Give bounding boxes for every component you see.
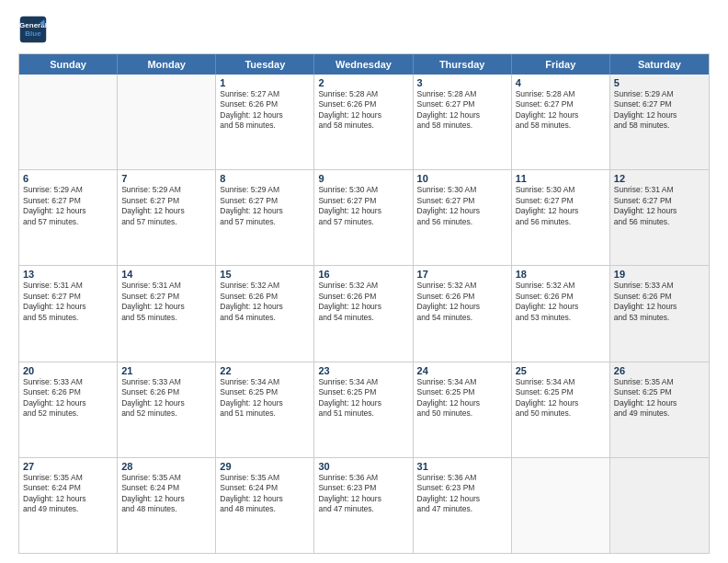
day-cell-16: 16Sunrise: 5:32 AM Sunset: 6:26 PM Dayli… — [314, 266, 413, 361]
day-cell-28: 28Sunrise: 5:35 AM Sunset: 6:24 PM Dayli… — [118, 458, 216, 553]
weekday-header-monday: Monday — [118, 54, 216, 75]
header: General Blue — [18, 15, 710, 44]
day-cell-14: 14Sunrise: 5:31 AM Sunset: 6:27 PM Dayli… — [118, 266, 216, 361]
weekday-header-friday: Friday — [512, 54, 610, 75]
day-info: Sunrise: 5:30 AM Sunset: 6:27 PM Dayligh… — [417, 185, 507, 227]
day-number: 27 — [23, 461, 113, 472]
day-info: Sunrise: 5:35 AM Sunset: 6:24 PM Dayligh… — [220, 473, 310, 515]
day-number: 16 — [318, 269, 408, 280]
day-number: 8 — [220, 173, 310, 184]
day-number: 21 — [121, 365, 211, 376]
day-info: Sunrise: 5:29 AM Sunset: 6:27 PM Dayligh… — [614, 89, 705, 132]
page: General Blue SundayMondayTuesdayWednesda… — [0, 0, 728, 563]
weekday-header-sunday: Sunday — [19, 54, 118, 75]
weekday-header-tuesday: Tuesday — [216, 54, 314, 75]
weekday-header-saturday: Saturday — [610, 54, 709, 75]
day-cell-13: 13Sunrise: 5:31 AM Sunset: 6:27 PM Dayli… — [19, 266, 118, 361]
day-info: Sunrise: 5:32 AM Sunset: 6:26 PM Dayligh… — [516, 281, 606, 323]
calendar-row-0: 1Sunrise: 5:27 AM Sunset: 6:26 PM Daylig… — [19, 75, 709, 169]
logo-icon: General Blue — [18, 15, 48, 44]
day-cell-3: 3Sunrise: 5:28 AM Sunset: 6:27 PM Daylig… — [414, 75, 512, 169]
day-cell-20: 20Sunrise: 5:33 AM Sunset: 6:26 PM Dayli… — [19, 362, 118, 457]
empty-cell — [118, 75, 216, 169]
day-info: Sunrise: 5:30 AM Sunset: 6:27 PM Dayligh… — [318, 185, 408, 227]
weekday-header-wednesday: Wednesday — [314, 54, 413, 75]
day-info: Sunrise: 5:35 AM Sunset: 6:24 PM Dayligh… — [23, 473, 113, 515]
day-info: Sunrise: 5:33 AM Sunset: 6:26 PM Dayligh… — [23, 377, 113, 419]
day-cell-21: 21Sunrise: 5:33 AM Sunset: 6:26 PM Dayli… — [118, 362, 216, 457]
day-info: Sunrise: 5:32 AM Sunset: 6:26 PM Dayligh… — [318, 281, 408, 323]
day-info: Sunrise: 5:28 AM Sunset: 6:26 PM Dayligh… — [318, 89, 408, 132]
day-number: 20 — [23, 365, 113, 376]
calendar: SundayMondayTuesdayWednesdayThursdayFrid… — [18, 53, 710, 554]
day-info: Sunrise: 5:29 AM Sunset: 6:27 PM Dayligh… — [220, 185, 310, 227]
day-number: 12 — [614, 173, 705, 184]
day-info: Sunrise: 5:36 AM Sunset: 6:23 PM Dayligh… — [417, 473, 507, 515]
day-info: Sunrise: 5:36 AM Sunset: 6:23 PM Dayligh… — [318, 473, 408, 515]
day-info: Sunrise: 5:31 AM Sunset: 6:27 PM Dayligh… — [121, 281, 211, 323]
day-number: 9 — [318, 173, 408, 184]
calendar-row-1: 6Sunrise: 5:29 AM Sunset: 6:27 PM Daylig… — [19, 169, 709, 265]
day-cell-25: 25Sunrise: 5:34 AM Sunset: 6:25 PM Dayli… — [512, 362, 610, 457]
day-cell-22: 22Sunrise: 5:34 AM Sunset: 6:25 PM Dayli… — [216, 362, 314, 457]
day-cell-23: 23Sunrise: 5:34 AM Sunset: 6:25 PM Dayli… — [314, 362, 413, 457]
day-cell-27: 27Sunrise: 5:35 AM Sunset: 6:24 PM Dayli… — [19, 458, 118, 553]
day-number: 1 — [220, 77, 310, 88]
day-number: 6 — [23, 173, 113, 184]
day-number: 14 — [121, 269, 211, 280]
day-cell-31: 31Sunrise: 5:36 AM Sunset: 6:23 PM Dayli… — [414, 458, 512, 553]
day-cell-5: 5Sunrise: 5:29 AM Sunset: 6:27 PM Daylig… — [610, 75, 709, 169]
day-cell-12: 12Sunrise: 5:31 AM Sunset: 6:27 PM Dayli… — [610, 170, 709, 265]
day-cell-19: 19Sunrise: 5:33 AM Sunset: 6:26 PM Dayli… — [610, 266, 709, 361]
day-cell-29: 29Sunrise: 5:35 AM Sunset: 6:24 PM Dayli… — [216, 458, 314, 553]
day-cell-15: 15Sunrise: 5:32 AM Sunset: 6:26 PM Dayli… — [216, 266, 314, 361]
day-number: 17 — [417, 269, 507, 280]
day-cell-9: 9Sunrise: 5:30 AM Sunset: 6:27 PM Daylig… — [314, 170, 413, 265]
calendar-header: SundayMondayTuesdayWednesdayThursdayFrid… — [19, 54, 709, 75]
day-number: 28 — [121, 461, 211, 472]
day-cell-7: 7Sunrise: 5:29 AM Sunset: 6:27 PM Daylig… — [118, 170, 216, 265]
calendar-row-2: 13Sunrise: 5:31 AM Sunset: 6:27 PM Dayli… — [19, 265, 709, 361]
day-cell-18: 18Sunrise: 5:32 AM Sunset: 6:26 PM Dayli… — [512, 266, 610, 361]
day-cell-1: 1Sunrise: 5:27 AM Sunset: 6:26 PM Daylig… — [216, 75, 314, 169]
day-info: Sunrise: 5:30 AM Sunset: 6:27 PM Dayligh… — [516, 185, 606, 227]
empty-cell — [610, 458, 709, 553]
day-info: Sunrise: 5:34 AM Sunset: 6:25 PM Dayligh… — [417, 377, 507, 419]
day-number: 15 — [220, 269, 310, 280]
day-number: 30 — [318, 461, 408, 472]
day-info: Sunrise: 5:29 AM Sunset: 6:27 PM Dayligh… — [23, 185, 113, 227]
day-number: 3 — [417, 77, 507, 88]
day-cell-8: 8Sunrise: 5:29 AM Sunset: 6:27 PM Daylig… — [216, 170, 314, 265]
calendar-row-3: 20Sunrise: 5:33 AM Sunset: 6:26 PM Dayli… — [19, 362, 709, 457]
day-cell-2: 2Sunrise: 5:28 AM Sunset: 6:26 PM Daylig… — [314, 75, 413, 169]
day-number: 31 — [417, 461, 507, 472]
day-number: 4 — [516, 77, 606, 88]
day-number: 13 — [23, 269, 113, 280]
day-cell-4: 4Sunrise: 5:28 AM Sunset: 6:27 PM Daylig… — [512, 75, 610, 169]
day-number: 24 — [417, 365, 507, 376]
day-number: 18 — [516, 269, 606, 280]
day-info: Sunrise: 5:28 AM Sunset: 6:27 PM Dayligh… — [417, 89, 507, 132]
day-info: Sunrise: 5:33 AM Sunset: 6:26 PM Dayligh… — [121, 377, 211, 419]
day-info: Sunrise: 5:27 AM Sunset: 6:26 PM Dayligh… — [220, 89, 310, 132]
day-info: Sunrise: 5:35 AM Sunset: 6:24 PM Dayligh… — [121, 473, 211, 515]
day-info: Sunrise: 5:34 AM Sunset: 6:25 PM Dayligh… — [220, 377, 310, 419]
day-cell-17: 17Sunrise: 5:32 AM Sunset: 6:26 PM Dayli… — [414, 266, 512, 361]
logo: General Blue — [18, 15, 48, 44]
day-number: 10 — [417, 173, 507, 184]
day-number: 19 — [614, 269, 705, 280]
day-number: 29 — [220, 461, 310, 472]
day-info: Sunrise: 5:29 AM Sunset: 6:27 PM Dayligh… — [121, 185, 211, 227]
day-number: 7 — [121, 173, 211, 184]
day-number: 2 — [318, 77, 408, 88]
day-cell-6: 6Sunrise: 5:29 AM Sunset: 6:27 PM Daylig… — [19, 170, 118, 265]
day-info: Sunrise: 5:28 AM Sunset: 6:27 PM Dayligh… — [516, 89, 606, 132]
day-cell-10: 10Sunrise: 5:30 AM Sunset: 6:27 PM Dayli… — [414, 170, 512, 265]
day-number: 11 — [516, 173, 606, 184]
day-cell-26: 26Sunrise: 5:35 AM Sunset: 6:25 PM Dayli… — [610, 362, 709, 457]
empty-cell — [19, 75, 118, 169]
day-info: Sunrise: 5:33 AM Sunset: 6:26 PM Dayligh… — [614, 281, 705, 323]
svg-text:Blue: Blue — [25, 29, 41, 38]
day-info: Sunrise: 5:35 AM Sunset: 6:25 PM Dayligh… — [614, 377, 705, 419]
empty-cell — [512, 458, 610, 553]
